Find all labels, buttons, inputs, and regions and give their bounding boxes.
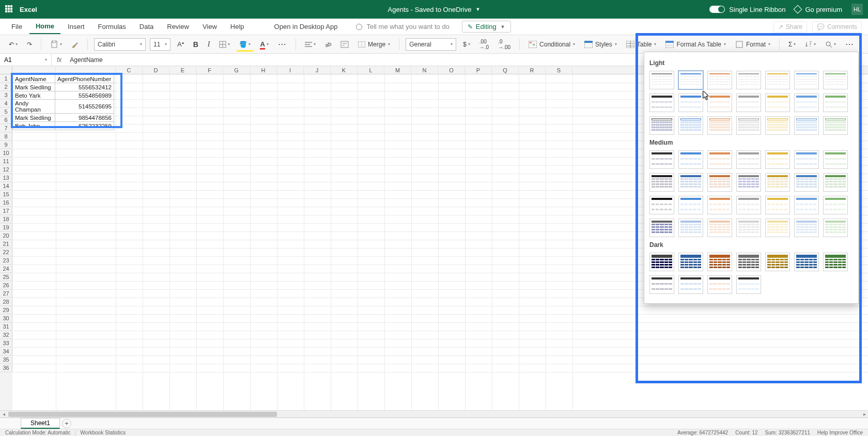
table-style-swatch[interactable]: [678, 219, 703, 237]
autosum-button[interactable]: Σ▾: [786, 39, 798, 50]
table-style-swatch[interactable]: [649, 275, 674, 294]
italic-button[interactable]: I: [205, 38, 213, 51]
table-style-swatch[interactable]: [649, 116, 674, 135]
table-style-swatch[interactable]: [794, 173, 819, 192]
table-style-swatch[interactable]: [823, 219, 848, 237]
table-style-swatch[interactable]: [736, 253, 761, 271]
data-cell[interactable]: Mark Siedling: [13, 114, 55, 122]
col-header[interactable]: N: [411, 66, 438, 74]
table-style-swatch[interactable]: [649, 71, 674, 89]
table-style-swatch[interactable]: [736, 196, 761, 214]
table-style-swatch[interactable]: [678, 116, 703, 135]
col-header[interactable]: [12, 66, 56, 74]
table-style-swatch[interactable]: [765, 116, 790, 135]
table-style-swatch[interactable]: [649, 150, 674, 169]
open-in-desktop-button[interactable]: Open in Desktop App: [268, 20, 344, 34]
format-button[interactable]: Format▾: [733, 39, 773, 50]
table-style-swatch[interactable]: [736, 116, 761, 135]
format-as-table-button[interactable]: Format As Table▾: [663, 39, 728, 50]
table-style-swatch[interactable]: [707, 173, 732, 192]
table-style-swatch[interactable]: [794, 150, 819, 169]
tab-data[interactable]: Data: [133, 20, 160, 34]
conditional-formatting-button[interactable]: Conditional▾: [526, 39, 578, 50]
merge-button[interactable]: Merge▾: [355, 39, 393, 50]
table-style-swatch[interactable]: [794, 196, 819, 214]
insert-table-button[interactable]: Table▾: [624, 39, 659, 50]
tell-me-search[interactable]: Tell me what you want to do: [356, 23, 449, 30]
table-style-swatch[interactable]: [794, 71, 819, 89]
number-format-select[interactable]: General▾: [406, 38, 456, 51]
table-style-swatch[interactable]: [707, 71, 732, 89]
table-style-swatch[interactable]: [678, 173, 703, 192]
tab-help[interactable]: Help: [224, 20, 251, 34]
col-header[interactable]: Q: [492, 66, 519, 74]
table-style-swatch[interactable]: [678, 275, 703, 294]
table-style-swatch[interactable]: [736, 173, 761, 192]
table-style-swatch[interactable]: [823, 173, 848, 192]
data-cell[interactable]: 5556532412: [55, 83, 114, 91]
data-cell[interactable]: 5145526695: [55, 100, 114, 114]
col-header[interactable]: R: [519, 66, 546, 74]
tab-insert[interactable]: Insert: [61, 20, 91, 34]
fx-icon[interactable]: fx: [52, 56, 67, 64]
table-style-swatch[interactable]: [649, 253, 674, 271]
table-style-swatch[interactable]: [707, 253, 732, 271]
table-style-swatch[interactable]: [649, 94, 674, 112]
data-cell[interactable]: Mark Siedling: [13, 83, 55, 91]
table-style-swatch[interactable]: [794, 94, 819, 112]
new-sheet-button[interactable]: +: [62, 419, 71, 428]
col-header[interactable]: E: [169, 66, 196, 74]
table-style-swatch[interactable]: [736, 71, 761, 89]
single-line-ribbon-toggle[interactable]: Single Line Ribbon: [709, 6, 785, 13]
table-style-swatch[interactable]: [765, 94, 790, 112]
format-painter-button[interactable]: [69, 39, 81, 50]
table-style-swatch[interactable]: [823, 116, 848, 135]
share-button[interactable]: ↗ Share: [773, 21, 807, 33]
increase-decimal-button[interactable]: .0→.00: [495, 37, 513, 52]
table-style-swatch[interactable]: [765, 173, 790, 192]
header-cell[interactable]: AgentPhoneNumber: [55, 75, 114, 83]
help-improve[interactable]: Help Improve Office: [817, 430, 863, 435]
fill-color-button[interactable]: 🪣▾: [237, 39, 253, 50]
table-style-swatch[interactable]: [678, 94, 703, 112]
redo-button[interactable]: ↷: [24, 39, 35, 50]
table-style-swatch[interactable]: [823, 196, 848, 214]
workbook-stats[interactable]: Workbook Statistics: [80, 430, 126, 435]
table-style-swatch[interactable]: [765, 196, 790, 214]
col-header[interactable]: O: [438, 66, 465, 74]
more-commands[interactable]: ⋯: [843, 37, 857, 51]
font-name-select[interactable]: Calibri▾: [94, 38, 146, 51]
cell-styles-button[interactable]: Styles▾: [582, 39, 619, 50]
font-size-select[interactable]: 11▾: [150, 38, 171, 51]
tab-view[interactable]: View: [196, 20, 223, 34]
data-cell[interactable]: Andy Champan: [13, 100, 55, 114]
table-style-swatch[interactable]: [678, 196, 703, 214]
table-style-swatch[interactable]: [823, 94, 848, 112]
orientation-button[interactable]: ab: [322, 39, 334, 50]
table-style-swatch[interactable]: [736, 94, 761, 112]
decrease-decimal-button[interactable]: .00→.0: [477, 37, 491, 52]
data-cells[interactable]: AgentNameAgentPhoneNumberMark Siedling55…: [12, 74, 114, 130]
go-premium-button[interactable]: Go premium: [795, 6, 842, 13]
tab-home[interactable]: Home: [29, 19, 60, 34]
table-style-swatch[interactable]: [794, 116, 819, 135]
user-avatar[interactable]: HL: [851, 4, 863, 15]
col-header[interactable]: L: [358, 66, 384, 74]
table-style-swatch[interactable]: [794, 253, 819, 271]
table-style-swatch[interactable]: [823, 150, 848, 169]
col-header[interactable]: S: [546, 66, 572, 74]
chevron-down-icon[interactable]: ▼: [475, 7, 480, 12]
sort-filter-button[interactable]: ▾: [802, 39, 818, 50]
table-style-swatch[interactable]: [736, 150, 761, 169]
table-style-swatch[interactable]: [707, 94, 732, 112]
col-header[interactable]: K: [331, 66, 358, 74]
col-header[interactable]: [56, 66, 116, 74]
table-style-swatch[interactable]: [765, 253, 790, 271]
data-cell[interactable]: 5554856989: [55, 91, 114, 100]
calc-mode[interactable]: Calculation Mode: Automatic: [5, 430, 71, 435]
table-style-swatch[interactable]: [678, 150, 703, 169]
select-all-corner[interactable]: [0, 66, 12, 74]
scroll-right-icon[interactable]: ▸: [861, 411, 868, 417]
table-style-swatch[interactable]: [736, 219, 761, 237]
table-style-swatch[interactable]: [765, 71, 790, 89]
